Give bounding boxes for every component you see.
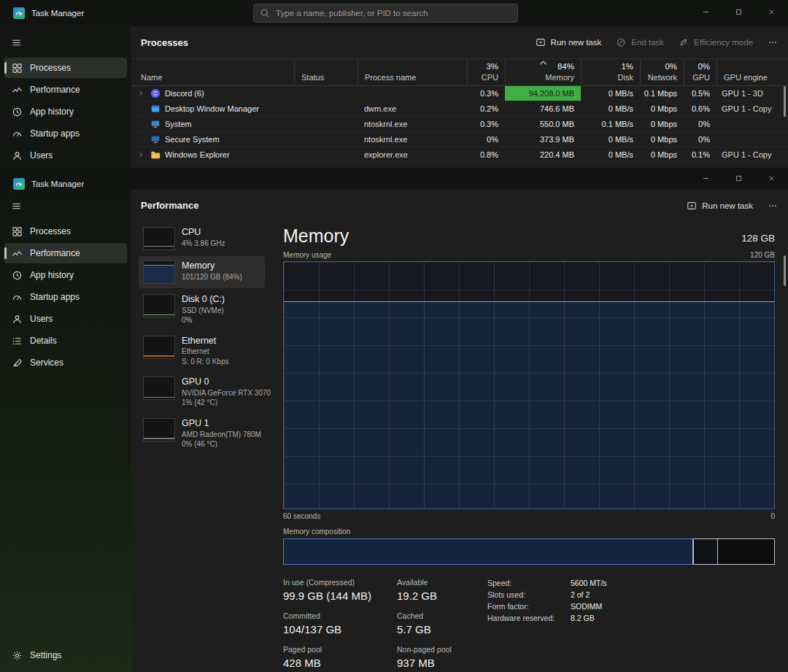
status-cell	[294, 101, 358, 116]
sidebar-item-settings[interactable]: Settings	[4, 645, 127, 665]
efficiency-mode-icon	[679, 37, 689, 47]
column-header-memory[interactable]: 84% Memory	[505, 59, 581, 85]
perf-item-gpu0[interactable]: GPU 0 NVIDIA GeForce RTX 3070 1% (42 °C)	[139, 372, 265, 412]
table-row[interactable]: Secure System ntoskrnl.exe 0% 373.9 MB 0…	[131, 132, 788, 147]
efficiency-mode-button[interactable]: Efficiency mode	[679, 37, 753, 47]
sidebar-item-label: App history	[30, 107, 74, 117]
page-title: Performance	[141, 200, 198, 211]
memory-graph-thumbnail	[143, 260, 175, 284]
run-new-task-button[interactable]: Run new task	[536, 37, 602, 47]
minimize-button[interactable]	[690, 168, 722, 188]
process-name: Desktop Window Manager	[165, 104, 259, 113]
users-icon	[12, 314, 23, 325]
stat-in-use: In use (Compressed) 99.9 GB (144 MB)	[283, 578, 387, 602]
sidebar-item-label: Performance	[30, 85, 80, 95]
chart-x-right-label: 0	[770, 512, 775, 520]
menu-button[interactable]	[4, 196, 28, 216]
expand-chevron-icon[interactable]	[137, 90, 144, 97]
end-task-button[interactable]: End task	[616, 37, 664, 47]
column-header-name[interactable]: Name	[131, 59, 294, 85]
processes-icon	[12, 63, 23, 74]
sidebar-item-label: Users	[30, 150, 53, 161]
sidebar-item-app-history[interactable]: App history	[4, 101, 127, 122]
minimize-button[interactable]	[690, 0, 722, 23]
column-header-cpu[interactable]: 3% CPU	[467, 59, 505, 85]
column-header-gpu-engine[interactable]: GPU engine	[716, 59, 788, 85]
sidebar-item-users[interactable]: Users	[4, 145, 127, 166]
app-identity: Task Manager	[0, 168, 84, 190]
perf-item-ethernet[interactable]: Ethernet Ethernet S: 0 R: 0 Kbps	[139, 331, 265, 371]
perf-item-disk[interactable]: Disk 0 (C:) SSD (NVMe) 0%	[139, 290, 265, 330]
perf-item-sub: 101/120 GB (84%)	[182, 272, 242, 282]
run-new-task-label: Run new task	[551, 38, 602, 47]
expand-chevron-icon[interactable]	[137, 151, 144, 158]
detail-slots-used: Slots used: 2 of 2	[487, 590, 607, 599]
run-new-task-button[interactable]: Run new task	[687, 201, 753, 211]
sidebar-item-services[interactable]: Services	[4, 352, 127, 373]
sidebar-item-performance[interactable]: Performance	[4, 80, 127, 100]
memory-usage-fill	[284, 301, 774, 509]
memory-cell: 550.0 MB	[505, 117, 581, 131]
memory-usage-chart[interactable]	[283, 261, 775, 509]
app-history-icon	[12, 107, 23, 117]
detail-form-factor: Form factor: SODIMM	[487, 602, 607, 611]
close-button[interactable]	[755, 168, 788, 188]
search-input[interactable]	[253, 4, 518, 23]
table-row[interactable]: Discord (6) 0.3% 94,208.0 MB 0 MB/s 0.1 …	[131, 86, 788, 101]
maximize-button[interactable]	[722, 0, 755, 23]
column-header-process-name[interactable]: Process name	[358, 59, 467, 85]
maximize-button[interactable]	[722, 168, 755, 188]
perf-item-sub: 0%	[182, 315, 225, 325]
secure-system-icon	[150, 134, 161, 144]
sidebar-item-details[interactable]: Details	[4, 331, 127, 351]
task-manager-window-performance: Task Manager Processe	[0, 168, 788, 672]
sidebar-item-startup-apps[interactable]: Startup apps	[4, 287, 127, 307]
memory-composition-label: Memory composition	[283, 528, 775, 536]
sidebar-item-startup-apps[interactable]: Startup apps	[4, 123, 127, 144]
process-name: Windows Explorer	[165, 150, 230, 159]
sidebar-item-performance[interactable]: Performance	[4, 243, 127, 263]
status-cell	[294, 86, 358, 101]
column-header-status[interactable]: Status	[294, 59, 358, 85]
detail-speed: Speed: 5600 MT/s	[487, 579, 607, 587]
scrollbar[interactable]	[784, 255, 786, 286]
sidebar-item-processes[interactable]: Processes	[4, 58, 127, 78]
network-cell: 0 Mbps	[640, 132, 684, 147]
close-button[interactable]	[755, 0, 788, 23]
table-row[interactable]: System ntoskrnl.exe 0.3% 550.0 MB 0.1 MB…	[131, 117, 788, 132]
column-header-gpu[interactable]: 0% GPU	[684, 59, 716, 85]
app-identity: Task Manager	[0, 7, 84, 19]
titlebar[interactable]: Task Manager	[0, 0, 788, 26]
nav-list: Processes Performance App history Startu…	[0, 220, 131, 374]
memory-composition-bar[interactable]	[283, 538, 775, 565]
more-options-button[interactable]	[768, 37, 778, 47]
titlebar[interactable]: Task Manager	[0, 168, 788, 190]
table-row[interactable]: Windows Explorer explorer.exe 0.8% 220.4…	[131, 147, 788, 163]
perf-item-sub: 1% (42 °C)	[182, 398, 271, 408]
column-header-network[interactable]: 0% Network	[640, 59, 684, 85]
performance-content: Performance Run new task CPU 4% 3.86 GH	[131, 190, 788, 672]
performance-icon	[12, 248, 23, 259]
task-manager-app-icon	[13, 7, 25, 19]
perf-item-memory[interactable]: Memory 101/120 GB (84%)	[139, 256, 265, 288]
perf-item-title: Memory	[182, 260, 242, 272]
window-controls	[690, 168, 788, 188]
minimize-icon	[702, 8, 710, 16]
sidebar-item-users[interactable]: Users	[4, 309, 127, 329]
perf-item-gpu1[interactable]: GPU 1 AMD Radeon(TM) 780M 0% (46 °C)	[139, 414, 265, 454]
sidebar-item-processes[interactable]: Processes	[4, 221, 127, 242]
more-options-button[interactable]	[768, 201, 778, 211]
process-name: Discord (6)	[165, 89, 204, 98]
table-row[interactable]: Desktop Window Manager dwm.exe 0.2% 746.…	[131, 101, 788, 117]
menu-button[interactable]	[4, 32, 28, 53]
sidebar-item-app-history[interactable]: App history	[4, 265, 127, 285]
chart-x-left-label: 60 seconds	[283, 512, 320, 520]
scrollbar[interactable]	[784, 86, 786, 117]
column-header-disk[interactable]: 1% Disk	[581, 59, 640, 85]
status-cell	[294, 147, 358, 162]
disk-cell: 0 MB/s	[581, 86, 640, 101]
perf-item-cpu[interactable]: CPU 4% 3.86 GHz	[139, 223, 265, 255]
startup-apps-icon	[12, 128, 23, 139]
perf-item-sub: 0% (46 °C)	[182, 439, 261, 449]
disk-cell: 0 MB/s	[581, 132, 640, 147]
